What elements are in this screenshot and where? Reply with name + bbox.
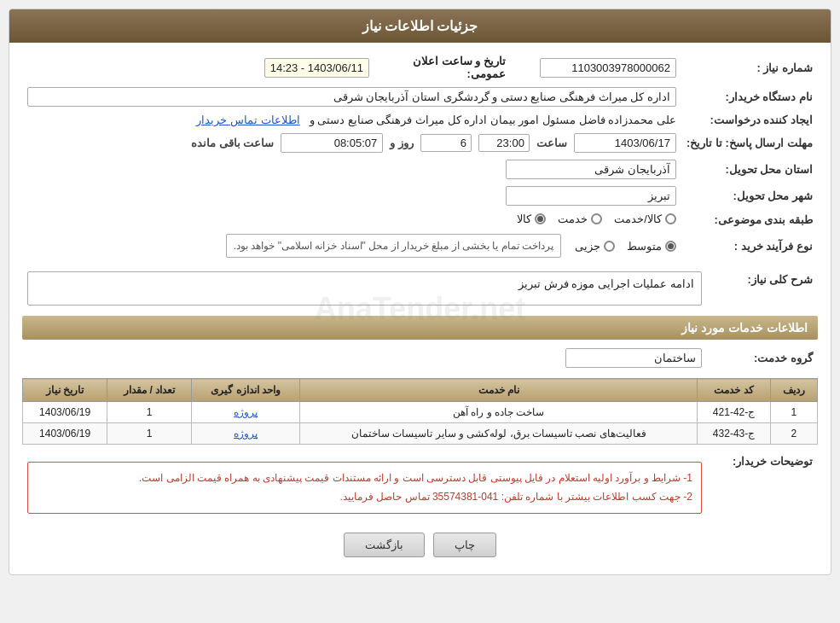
print-button[interactable]: چاپ	[433, 533, 496, 557]
cell-name: فعالیت‌های نصب تاسیسات برق، لوله‌کشی و س…	[300, 423, 698, 445]
buyer-org-label: نام دستگاه خریدار:	[681, 84, 818, 110]
province-value: آذربایجان شرقی	[506, 160, 676, 179]
cell-row: 2	[770, 423, 817, 445]
page-header: جزئیات اطلاعات نیاز	[9, 9, 831, 43]
col-header-date: تاریخ نیاز	[23, 379, 107, 402]
creator-contact-link[interactable]: اطلاعات تماس خریدار	[196, 114, 299, 126]
process-radio-jozii	[604, 241, 615, 252]
process-option-jozii[interactable]: جزیی	[575, 240, 615, 253]
process-label: نوع فرآیند خرید :	[681, 230, 818, 261]
col-header-name: نام خدمت	[300, 379, 698, 402]
creator-label: ایجاد کننده درخواست:	[681, 110, 818, 130]
table-row: 1 ج-42-421 ساخت جاده و راه آهن پروژه 1 1…	[23, 402, 818, 423]
category-label: طبقه بندی موضوعی:	[681, 209, 818, 230]
deadline-date: 1403/06/17	[574, 133, 676, 153]
deadline-time: 23:00	[478, 134, 530, 152]
cell-date: 1403/06/19	[23, 402, 107, 423]
need-description-label: شرح کلی نیاز:	[707, 268, 818, 309]
buyer-org-value: اداره کل میراث فرهنگی صنایع دستی و گردشگ…	[27, 87, 676, 107]
deadline-remaining: 08:05:07	[281, 133, 383, 153]
buyer-description-box: 1- شرایط و برآورد اولیه استعلام در فایل …	[27, 462, 702, 514]
category-option-kala[interactable]: کالا	[517, 213, 546, 225]
deadline-days-value: 6	[420, 134, 472, 152]
process-radio-group: متوسط جزیی	[575, 240, 676, 253]
category-label-kala: کالا	[517, 213, 531, 225]
deadline-time-label: ساعت	[536, 137, 567, 149]
services-table: ردیف کد خدمت نام خدمت واحد اندازه گیری ت…	[22, 378, 818, 445]
cell-code: ج-42-421	[698, 402, 770, 423]
table-row: 2 ج-43-432 فعالیت‌های نصب تاسیسات برق، ل…	[23, 423, 818, 445]
cell-unit: پروژه	[192, 402, 300, 423]
announce-datetime-label: تاریخ و ساعت اعلان عمومی:	[374, 51, 511, 84]
process-label-jozii: جزیی	[575, 240, 600, 253]
process-radio-motavasset	[665, 241, 676, 252]
process-label-motavasset: متوسط	[627, 240, 662, 253]
category-radio-khedmat	[591, 213, 602, 224]
cell-date: 1403/06/19	[23, 423, 107, 445]
cell-code: ج-43-432	[698, 423, 770, 445]
need-description-table: شرح کلی نیاز: ادامه عملیات اجرایی موزه ف…	[22, 268, 818, 309]
category-option-khedmat[interactable]: خدمت	[558, 213, 602, 225]
service-group-table: گروه خدمت: ساختمان	[22, 345, 818, 371]
city-label: شهر محل تحویل:	[681, 183, 818, 209]
buyer-description-label: توضیحات خریدار:	[707, 451, 818, 524]
need-number-label: شماره نیاز :	[681, 51, 818, 84]
cell-unit: پروژه	[192, 423, 300, 445]
cell-name: ساخت جاده و راه آهن	[300, 402, 698, 423]
process-option-motavasset[interactable]: متوسط	[627, 240, 676, 253]
buyer-description-table: توضیحات خریدار: 1- شرایط و برآورد اولیه …	[22, 451, 818, 524]
col-header-code: کد خدمت	[698, 379, 770, 402]
category-radio-kala	[535, 213, 546, 224]
deadline-day-label: روز و	[390, 137, 414, 149]
col-header-row: ردیف	[770, 379, 817, 402]
service-group-value: ساختمان	[565, 348, 702, 368]
back-button[interactable]: بازگشت	[344, 533, 425, 557]
col-header-qty: تعداد / مقدار	[107, 379, 192, 402]
buyer-desc-line1: 1- شرایط و برآورد اولیه استعلام در فایل …	[37, 469, 692, 488]
services-section-header: اطلاعات خدمات مورد نیاز	[22, 316, 818, 340]
announce-datetime-value: 1403/06/11 - 14:23	[264, 58, 369, 78]
action-buttons: چاپ بازگشت	[22, 533, 818, 557]
need-number-value: 1103003978000062	[540, 58, 676, 78]
creator-value: علی محمدزاده فاضل مسئول امور بیمان اداره…	[310, 114, 676, 126]
category-label-khedmat: خدمت	[558, 213, 588, 225]
info-table: شماره نیاز : 1103003978000062 تاریخ و سا…	[22, 51, 818, 261]
need-description-value: ادامه عملیات اجرایی موزه فرش تبریز	[27, 271, 702, 306]
city-value: تبریز	[506, 186, 676, 206]
category-radio-kala-khedmat	[665, 213, 676, 224]
process-note: پرداخت تمام یا بخشی از مبلغ خریدار از مح…	[226, 234, 561, 258]
category-label-kala-khedmat: کالا/خدمت	[614, 213, 662, 225]
page-title: جزئیات اطلاعات نیاز	[362, 19, 478, 33]
service-group-label: گروه خدمت:	[707, 345, 818, 371]
buyer-desc-line2: 2- جهت کسب اطلاعات بیشتر با شماره تلفن: …	[37, 488, 692, 507]
deadline-label: مهلت ارسال پاسخ: تا تاریخ:	[681, 130, 818, 156]
deadline-remaining-label: ساعت باقی مانده	[191, 137, 274, 149]
cell-qty: 1	[107, 402, 192, 423]
cell-row: 1	[770, 402, 817, 423]
category-radio-group: کالا/خدمت خدمت کالا	[517, 213, 676, 225]
cell-qty: 1	[107, 423, 192, 445]
col-header-unit: واحد اندازه گیری	[192, 379, 300, 402]
category-option-kala-khedmat[interactable]: کالا/خدمت	[614, 213, 676, 225]
province-label: استان محل تحویل:	[681, 156, 818, 183]
